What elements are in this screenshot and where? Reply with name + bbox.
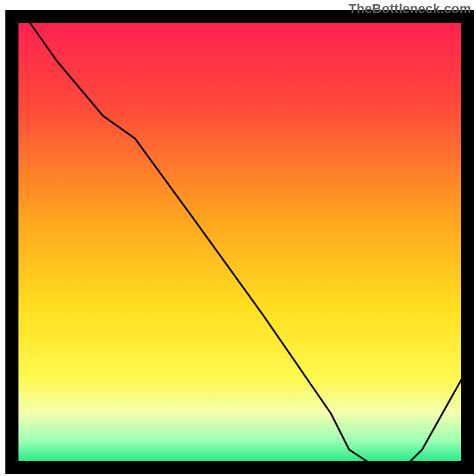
chart-frame: TheBottleneck.com: [0, 0, 476, 476]
bottleneck-chart: [0, 0, 476, 476]
watermark-text: TheBottleneck.com: [349, 1, 471, 17]
gradient-background: [12, 17, 468, 468]
